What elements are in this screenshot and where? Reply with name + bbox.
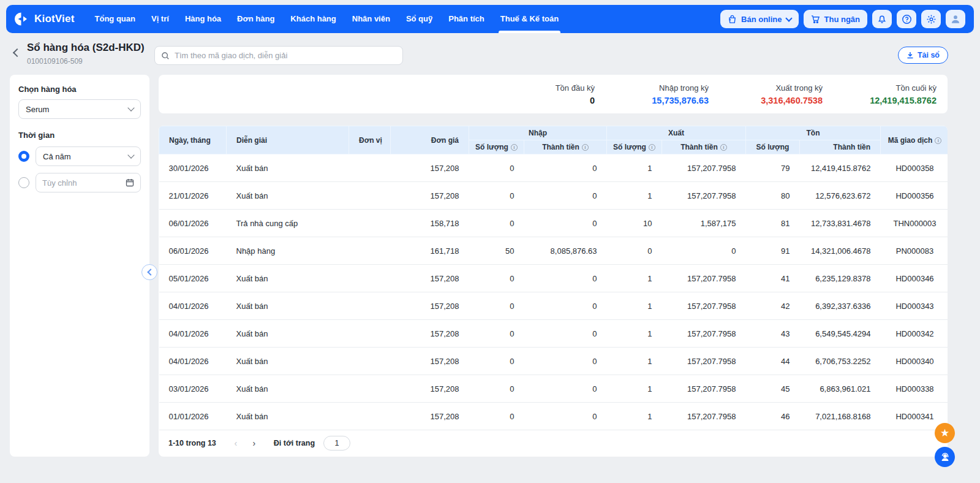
sidebar-collapse-button[interactable] <box>141 264 157 280</box>
metric-in-period-value: 15,735,876.63 <box>595 96 709 105</box>
col-header-description[interactable]: Diễn giải <box>227 126 349 154</box>
search-input[interactable] <box>175 51 396 60</box>
table-row[interactable]: 04/01/2026Xuất bán157,208001157,207.7958… <box>159 320 948 348</box>
table-cell: 44 <box>746 348 800 375</box>
info-icon[interactable]: i <box>511 144 518 151</box>
search-box <box>154 46 403 65</box>
custom-date-input[interactable]: Tùy chỉnh <box>36 173 141 192</box>
col-header-unit[interactable]: Đơn vị <box>349 126 391 154</box>
table-cell: 0 <box>524 182 607 210</box>
info-icon[interactable]: i <box>935 137 941 144</box>
col-header-stock-qty[interactable]: Số lượng <box>746 140 800 154</box>
table-cell <box>349 265 391 292</box>
table-cell: 157,207.7958 <box>662 182 746 210</box>
col-header-price[interactable]: Đơn giá <box>391 126 469 154</box>
table-row[interactable]: 05/01/2026Xuất bán157,208001157,207.7958… <box>159 265 948 292</box>
goto-page-input[interactable] <box>323 436 350 451</box>
info-icon[interactable]: i <box>649 144 655 151</box>
info-icon[interactable]: i <box>720 144 727 151</box>
table-cell: 0 <box>524 154 607 182</box>
col-header-in-amount[interactable]: Thành tiềni <box>524 140 607 154</box>
kiotviet-logo-icon <box>15 12 29 26</box>
table-cell: 158,718 <box>391 210 469 237</box>
table-cell: 157,208 <box>391 182 469 210</box>
metric-out-period: Xuất trong kỳ 3,316,460.7538 <box>709 83 823 105</box>
col-header-out-amount[interactable]: Thành tiềni <box>662 140 746 154</box>
download-ledger-button[interactable]: Tải sổ <box>898 47 948 64</box>
table-cell: 12,419,415.8762 <box>800 154 881 182</box>
col-header-in-qty[interactable]: Số lượngi <box>469 140 524 154</box>
brand[interactable]: KiotViet <box>15 12 75 26</box>
settings-button[interactable] <box>921 10 941 28</box>
thu-ngan-button[interactable]: Thu ngân <box>804 10 868 28</box>
col-header-date[interactable]: Ngày, tháng <box>159 126 227 154</box>
table-row[interactable]: 01/01/2026Xuất bán157,208001157,207.7958… <box>159 403 948 430</box>
nav-item-tong-quan[interactable]: Tổng quan <box>87 5 143 33</box>
metric-closing-stock-value: 12,419,415.8762 <box>823 96 937 105</box>
back-button[interactable] <box>10 45 24 60</box>
table-cell: 0 <box>524 265 607 292</box>
table-cell: 0 <box>607 237 662 265</box>
chevron-down-icon <box>785 15 792 21</box>
table-cell: HD000343 <box>881 292 948 320</box>
time-custom-radio[interactable] <box>18 177 29 188</box>
pagination-prev-button[interactable]: ‹ <box>228 436 243 451</box>
floating-support-button[interactable] <box>935 447 955 467</box>
table-row[interactable]: 06/01/2026Nhập hàng161,718508,085,876.63… <box>159 237 948 265</box>
goto-page-label: Đi tới trang <box>274 439 315 447</box>
table-row[interactable]: 21/01/2026Xuất bán157,208001157,207.7958… <box>159 182 948 210</box>
table-row[interactable]: 03/01/2026Xuất bán157,208001157,207.7958… <box>159 375 948 403</box>
filter-sidebar: Chọn hàng hóa Serum Thời gian Cả năm Tùy… <box>10 75 149 457</box>
product-select[interactable]: Serum <box>18 99 141 119</box>
nav-item-phan-tich[interactable]: Phân tích <box>440 5 492 33</box>
table-cell: Xuất bán <box>227 403 349 430</box>
table-row[interactable]: 04/01/2026Xuất bán157,208001157,207.7958… <box>159 292 948 320</box>
info-icon[interactable]: i <box>582 144 589 151</box>
table-cell: 12,576,623.672 <box>800 182 881 210</box>
nav-item-hang-hoa[interactable]: Hàng hóa <box>177 5 229 33</box>
metric-opening-stock: Tồn đầu kỳ 0 <box>481 83 595 105</box>
table-cell <box>349 348 391 375</box>
nav-item-so-quy[interactable]: Sổ quỹ <box>398 5 440 33</box>
notifications-button[interactable] <box>872 10 892 28</box>
table-cell: 1 <box>607 265 662 292</box>
table-cell: 06/01/2026 <box>159 210 227 237</box>
time-select[interactable]: Cả năm <box>36 146 141 166</box>
table-row[interactable]: 06/01/2026Trả nhà cung cấp158,71800101,5… <box>159 210 948 237</box>
account-button[interactable] <box>946 10 965 28</box>
table-cell <box>349 375 391 403</box>
table-cell: 0 <box>469 348 524 375</box>
table-row[interactable]: 30/01/2026Xuất bán157,208001157,207.7958… <box>159 154 948 182</box>
nav-item-khach-hang[interactable]: Khách hàng <box>282 5 344 33</box>
table-cell: PN000083 <box>881 237 948 265</box>
brand-name: KiotViet <box>34 13 75 25</box>
table-cell: 157,208 <box>391 292 469 320</box>
floating-star-button[interactable]: ★ <box>935 423 955 443</box>
table-cell: 1,587,175 <box>662 210 746 237</box>
time-preset-radio[interactable] <box>18 151 29 162</box>
gear-icon <box>926 14 937 25</box>
nav-item-thue-ke-toan[interactable]: Thuế & Kế toán <box>492 5 567 33</box>
pagination-next-button[interactable]: › <box>247 436 262 451</box>
col-header-out-qty[interactable]: Số lượngi <box>607 140 662 154</box>
table-cell: HD000340 <box>881 348 948 375</box>
nav-item-nhan-vien[interactable]: Nhân viên <box>344 5 398 33</box>
ban-online-button[interactable]: Bán online <box>720 10 798 28</box>
chevron-down-icon <box>127 151 134 158</box>
table-cell <box>349 237 391 265</box>
nav-item-vi-tri[interactable]: Vị trí <box>143 5 177 33</box>
nav-item-don-hang[interactable]: Đơn hàng <box>229 5 282 33</box>
help-button[interactable] <box>897 10 916 28</box>
table-cell: 43 <box>746 320 800 348</box>
table-cell: 0 <box>469 292 524 320</box>
table-cell: HD000358 <box>881 154 948 182</box>
table-cell: HD000338 <box>881 375 948 403</box>
table-row[interactable]: 04/01/2026Xuất bán157,208001157,207.7958… <box>159 348 948 375</box>
table-cell: 157,207.7958 <box>662 348 746 375</box>
table-cell: 161,718 <box>391 237 469 265</box>
table-cell: 0 <box>469 182 524 210</box>
col-header-stock-amount[interactable]: Thành tiền <box>800 140 881 154</box>
table-cell: Xuất bán <box>227 375 349 403</box>
table-cell: 0 <box>469 375 524 403</box>
col-header-code[interactable]: Mã giao dịchi <box>881 126 948 154</box>
